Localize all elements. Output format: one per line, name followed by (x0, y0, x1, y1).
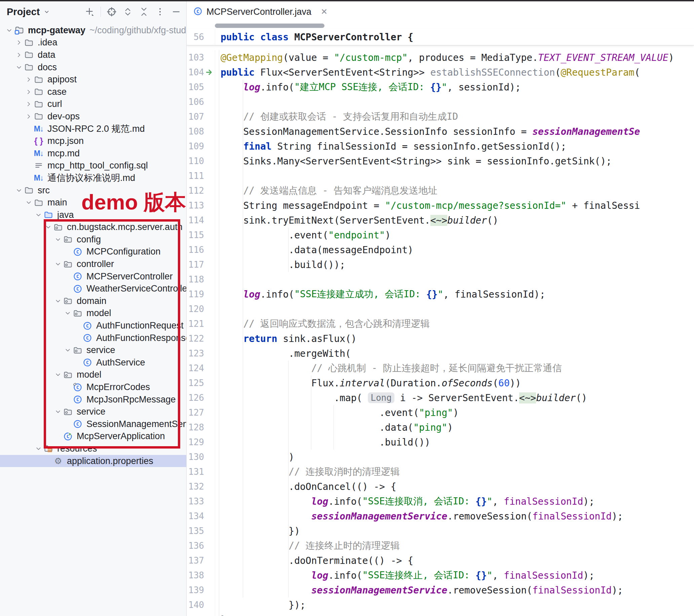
line-number[interactable]: 56 (187, 32, 215, 42)
code-line[interactable]: 106 (187, 94, 694, 109)
line-number[interactable]: 134 (187, 511, 215, 521)
code-line[interactable]: 107 // 创建或获取会话 - 支持会话复用和自动生成ID (187, 109, 694, 124)
code-line[interactable]: 136 // 连接终止时的清理逻辑 (187, 538, 694, 553)
tree-item[interactable]: CMcpJsonRpcMessage (0, 394, 186, 406)
code-line[interactable]: 140 }); (187, 598, 694, 612)
line-number[interactable]: 139 (187, 585, 215, 595)
chevron-down-icon[interactable] (53, 407, 62, 416)
line-number[interactable]: 129 (187, 437, 215, 447)
line-number[interactable]: 138 (187, 570, 215, 580)
line-number[interactable]: 126 (187, 393, 215, 403)
tree-item[interactable]: .idea (0, 37, 186, 49)
tree-item[interactable]: java (0, 209, 186, 221)
line-number[interactable]: 119 (187, 289, 215, 299)
tree-item[interactable]: config (0, 233, 186, 246)
code-area[interactable]: 103@GetMapping(value = "/custom-mcp", pr… (187, 50, 694, 616)
code-line[interactable]: 113 String messageEndpoint = "/custom-mc… (187, 198, 694, 213)
code-line[interactable]: 104public Flux<ServerSentEvent<String>> … (187, 65, 694, 80)
line-number[interactable]: 110 (187, 156, 215, 166)
line-number[interactable]: 103 (187, 52, 215, 62)
chevron-right-icon[interactable] (24, 112, 33, 121)
code-line[interactable]: 120 (187, 302, 694, 316)
chevron-down-icon[interactable] (53, 296, 62, 305)
tree-item[interactable]: CAuthService (0, 357, 186, 369)
line-number[interactable]: 109 (187, 141, 215, 151)
chevron-down-icon[interactable] (15, 63, 23, 72)
chevron-down-icon[interactable] (5, 26, 14, 35)
tree-item[interactable]: main (0, 196, 186, 209)
line-number[interactable]: 120 (187, 304, 215, 314)
line-number[interactable]: 122 (187, 333, 215, 344)
line-number[interactable]: 125 (187, 378, 215, 388)
line-number[interactable]: 104 (187, 67, 215, 77)
tree-item[interactable]: dev-ops (0, 110, 186, 123)
code-line[interactable]: 138 log.info("SSE连接终止, 会话ID: {}", finalS… (187, 568, 694, 583)
editor-tab[interactable]: C MCPServerController.java ✕ (193, 7, 328, 17)
tree-item[interactable]: CWeatherServiceController (0, 283, 186, 295)
more-button[interactable] (155, 6, 165, 17)
tree-item[interactable]: CMcpServerApplication (0, 430, 186, 443)
chevron-down-icon[interactable] (53, 235, 62, 244)
chevron-right-icon[interactable] (24, 87, 33, 96)
tree-item[interactable]: model (0, 369, 186, 381)
code-line[interactable]: 125 Flux.interval(Duration.ofSeconds(60)… (187, 376, 694, 391)
line-number[interactable]: 107 (187, 112, 215, 122)
line-number[interactable]: 114 (187, 215, 215, 225)
code-line[interactable]: 116 .data(messageEndpoint) (187, 242, 694, 257)
tree-item[interactable]: M↓mcp.md (0, 147, 186, 160)
chevron-right-icon[interactable] (15, 51, 23, 59)
hide-button[interactable] (171, 6, 182, 17)
line-number[interactable]: 116 (187, 245, 215, 255)
tree-item[interactable]: service (0, 405, 186, 418)
line-number[interactable]: 131 (187, 467, 215, 477)
tree-item[interactable]: service (0, 344, 186, 357)
tree-item[interactable]: CMCPConfiguration (0, 246, 186, 258)
line-number[interactable]: 130 (187, 452, 215, 462)
code-line[interactable]: 132 .doOnCancel(() -> { (187, 479, 694, 494)
line-number[interactable]: 118 (187, 274, 215, 285)
collapse-all-button[interactable] (139, 6, 149, 17)
line-number[interactable]: 106 (187, 97, 215, 107)
line-number[interactable]: 124 (187, 363, 215, 373)
tree-item[interactable]: CMCPServerController (0, 270, 186, 283)
code-line[interactable]: 137 .doOnTerminate(() -> { (187, 553, 694, 568)
line-number[interactable]: 140 (187, 600, 215, 610)
code-line[interactable]: 131 // 连接取消时的清理逻辑 (187, 464, 694, 479)
chevron-down-icon[interactable] (24, 198, 33, 207)
line-number[interactable]: 115 (187, 230, 215, 240)
tree-item[interactable]: resources (0, 442, 186, 455)
tree-item[interactable]: CMcpErrorCodes (0, 381, 186, 394)
tree-item[interactable]: { }mcp.json (0, 135, 186, 147)
code-line[interactable]: 124 // 心跳机制 - 防止连接超时，延长间隔避免干扰正常通信 (187, 361, 694, 376)
chevron-down-icon[interactable] (63, 309, 72, 318)
tree-item[interactable]: CAuthFunctionResponse (0, 332, 186, 344)
code-line[interactable]: 139 sessionManagementService.removeSessi… (187, 583, 694, 598)
add-button[interactable] (85, 6, 95, 17)
chevron-right-icon[interactable] (15, 38, 23, 47)
tree-item[interactable]: docs (0, 61, 186, 74)
code-line[interactable]: 118 (187, 272, 694, 287)
line-number[interactable] (187, 615, 215, 616)
code-line[interactable]: 114 sink.tryEmitNext(ServerSentEvent.<~>… (187, 213, 694, 228)
line-number[interactable]: 117 (187, 259, 215, 270)
line-number[interactable]: 136 (187, 541, 215, 551)
line-number[interactable]: 121 (187, 319, 215, 329)
tree-item[interactable]: data (0, 49, 186, 61)
expand-all-button[interactable] (122, 6, 133, 17)
code-line[interactable]: 110 Sinks.Many<ServerSentEvent<String>> … (187, 154, 694, 168)
horizontal-scrollbar-thumb[interactable] (215, 23, 325, 28)
tree-item[interactable]: mcp_http_tool_config.sql (0, 160, 186, 172)
tree-item[interactable]: curl (0, 98, 186, 111)
code-line[interactable]: 103@GetMapping(value = "/custom-mcp", pr… (187, 50, 694, 65)
tree-item[interactable]: controller (0, 258, 186, 270)
tree-item[interactable]: domain (0, 295, 186, 307)
line-number[interactable]: 127 (187, 407, 215, 418)
locate-button[interactable] (106, 6, 117, 17)
tree-item[interactable]: cn.bugstack.mcp.server.auth (0, 221, 186, 234)
tree-item[interactable]: mcp-gateway~/coding/github/xfg-studio-pr… (0, 24, 186, 37)
code-line[interactable]: 119 log.info("SSE连接建立成功, 会话ID: {}", fina… (187, 287, 694, 302)
line-number[interactable]: 123 (187, 348, 215, 359)
line-number[interactable]: 108 (187, 126, 215, 137)
code-line[interactable]: 127 .event("ping") (187, 405, 694, 420)
tree-item[interactable]: case (0, 86, 186, 98)
